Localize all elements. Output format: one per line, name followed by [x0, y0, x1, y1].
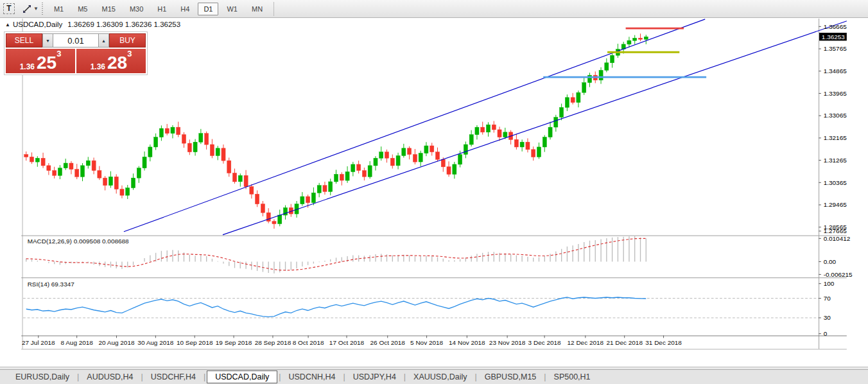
- svg-text:10 Sep 2018: 10 Sep 2018: [177, 339, 213, 346]
- bid-price-point: 3: [56, 50, 61, 58]
- svg-text:17 Oct 2018: 17 Oct 2018: [329, 339, 365, 346]
- chart-tab-sp500-h1[interactable]: SP500,H1: [548, 371, 597, 383]
- cursor-tool-button[interactable]: ▼: [22, 2, 39, 16]
- timeframe-h1[interactable]: H1: [152, 3, 172, 15]
- ohlc-high: 1.36309: [96, 21, 123, 28]
- svg-text:23 Nov 2018: 23 Nov 2018: [489, 339, 526, 346]
- svg-text:1.35765: 1.35765: [824, 45, 847, 52]
- svg-text:30 Aug 2018: 30 Aug 2018: [137, 339, 173, 346]
- one-click-trading-panel: SELL ▼ 0.01 ▲ BUY 1.36 25 3 1.36 28 3: [4, 31, 148, 75]
- chart-tab-usdcad-daily[interactable]: USDCAD,Daily: [207, 371, 277, 383]
- svg-text:0.010412: 0.010412: [824, 235, 851, 242]
- svg-text:0: 0: [824, 330, 828, 337]
- svg-text:21 Dec 2018: 21 Dec 2018: [606, 339, 643, 346]
- buy-button[interactable]: BUY: [109, 33, 146, 48]
- svg-text:8 Oct 2018: 8 Oct 2018: [293, 339, 324, 346]
- tab-separator: |: [403, 372, 407, 381]
- svg-text:1.36253: 1.36253: [822, 33, 845, 40]
- chart-tab-gbpusd-m15[interactable]: GBPUSD,M15: [478, 371, 543, 383]
- bid-price-display[interactable]: 1.36 25 3: [6, 49, 75, 73]
- triangle-down-icon: ▼: [46, 39, 50, 43]
- chart-symbol-period: USDCAD,Daily: [13, 21, 62, 28]
- timeframe-d1[interactable]: D1: [198, 3, 218, 15]
- svg-text:1.31265: 1.31265: [824, 157, 847, 164]
- svg-text:0.00: 0.00: [824, 258, 837, 265]
- tab-separator: |: [473, 372, 478, 381]
- top-toolbar: T ▼ M1M5M15M30H1H4D1W1MN: [0, 0, 868, 18]
- timeframe-m15[interactable]: M15: [96, 3, 121, 15]
- timeframe-w1[interactable]: W1: [221, 3, 243, 15]
- chart-tab-usdjpy-h4[interactable]: USDJPY,H4: [347, 371, 403, 383]
- volume-decrease-button[interactable]: ▼: [42, 33, 53, 48]
- bid-price-pips: 25: [37, 55, 56, 71]
- volume-increase-button[interactable]: ▲: [98, 33, 109, 48]
- rsi-label: RSI(14) 69.3347: [28, 281, 75, 288]
- chart-tab-eurusd-daily[interactable]: EURUSD,Daily: [9, 371, 76, 383]
- ask-price-point: 3: [127, 50, 132, 58]
- timeframe-m5[interactable]: M5: [72, 3, 93, 15]
- tab-separator: |: [342, 372, 346, 381]
- chart-tabbar: EURUSD,Daily|AUDUSD,H4|USDCHF,H4|USDCAD,…: [0, 369, 868, 384]
- ohlc-close: 1.36253: [154, 21, 181, 28]
- svg-text:-0.006215: -0.006215: [824, 271, 853, 278]
- timeframe-h4[interactable]: H4: [175, 3, 195, 15]
- svg-text:1.32165: 1.32165: [824, 134, 847, 141]
- timeframe-toolbar: M1M5M15M30H1H4D1W1MN: [47, 3, 270, 15]
- chart-tab-usdcnh-h4[interactable]: USDCNH,H4: [282, 371, 342, 383]
- collapse-triangle-icon[interactable]: ▲: [5, 22, 10, 28]
- chart-tab-usdchf-h4[interactable]: USDCHF,H4: [144, 371, 202, 383]
- tab-separator: |: [202, 372, 207, 381]
- svg-text:19 Sep 2018: 19 Sep 2018: [216, 339, 252, 346]
- tab-separator: |: [76, 372, 80, 381]
- text-tool-icon: T: [3, 3, 14, 14]
- svg-text:1.30365: 1.30365: [824, 179, 847, 186]
- svg-text:1.27665: 1.27665: [824, 227, 847, 234]
- svg-text:31 Dec 2018: 31 Dec 2018: [645, 339, 682, 346]
- svg-text:28 Sep 2018: 28 Sep 2018: [255, 339, 291, 346]
- toolbar-separator: [273, 2, 274, 16]
- ask-price-major: 1.36: [91, 62, 105, 71]
- sell-button[interactable]: SELL: [6, 33, 42, 48]
- svg-text:26 Oct 2018: 26 Oct 2018: [370, 339, 406, 346]
- tab-separator: |: [542, 372, 547, 381]
- tab-separator: |: [140, 372, 144, 381]
- svg-text:5 Nov 2018: 5 Nov 2018: [410, 339, 443, 346]
- macd-label: MACD(12,26,9) 0.009508 0.008688: [28, 238, 129, 245]
- timeframe-mn[interactable]: MN: [246, 3, 268, 15]
- svg-text:1.36665: 1.36665: [824, 23, 847, 30]
- triangle-up-icon: ▲: [101, 39, 106, 43]
- tab-separator: |: [277, 372, 282, 381]
- svg-text:27 Jul 2018: 27 Jul 2018: [22, 339, 55, 346]
- timeframe-m30[interactable]: M30: [124, 3, 149, 15]
- chevron-down-icon: ▼: [33, 6, 39, 12]
- chart-window: 1.366651.357651.348651.339651.330651.321…: [0, 18, 868, 367]
- cursor-arrows-icon: [22, 4, 32, 14]
- svg-text:3 Dec 2018: 3 Dec 2018: [528, 339, 561, 346]
- ohlc-open: 1.36269: [67, 21, 94, 28]
- svg-text:20 Aug 2018: 20 Aug 2018: [98, 339, 134, 346]
- volume-field[interactable]: 0.01: [53, 33, 98, 48]
- svg-text:12 Dec 2018: 12 Dec 2018: [568, 339, 604, 346]
- timeframe-m1[interactable]: M1: [48, 3, 69, 15]
- svg-text:30: 30: [824, 314, 831, 321]
- toolbar-grip: [42, 3, 43, 15]
- svg-text:14 Nov 2018: 14 Nov 2018: [449, 339, 485, 346]
- svg-text:1.33965: 1.33965: [824, 90, 847, 97]
- bid-price-major: 1.36: [20, 62, 35, 71]
- svg-text:70: 70: [824, 295, 831, 302]
- current-price-tag: 1.36253: [819, 33, 847, 40]
- chart-title: ▲USDCAD,Daily1.36269 1.36309 1.36236 1.3…: [5, 21, 180, 28]
- svg-text:1.33065: 1.33065: [824, 112, 847, 119]
- ask-price-display[interactable]: 1.36 28 3: [76, 49, 146, 73]
- svg-text:8 Aug 2018: 8 Aug 2018: [60, 339, 93, 346]
- ohlc-low: 1.36236: [125, 21, 152, 28]
- svg-text:1.29465: 1.29465: [824, 201, 847, 208]
- svg-text:1.34865: 1.34865: [824, 67, 847, 74]
- text-tool-button[interactable]: T: [2, 2, 16, 16]
- chart-tab-audusd-h4[interactable]: AUDUSD,H4: [80, 371, 139, 383]
- ask-price-pips: 28: [107, 55, 127, 71]
- svg-text:100: 100: [824, 280, 835, 287]
- chart-tab-xauusd-daily[interactable]: XAUUSD,Daily: [407, 371, 473, 383]
